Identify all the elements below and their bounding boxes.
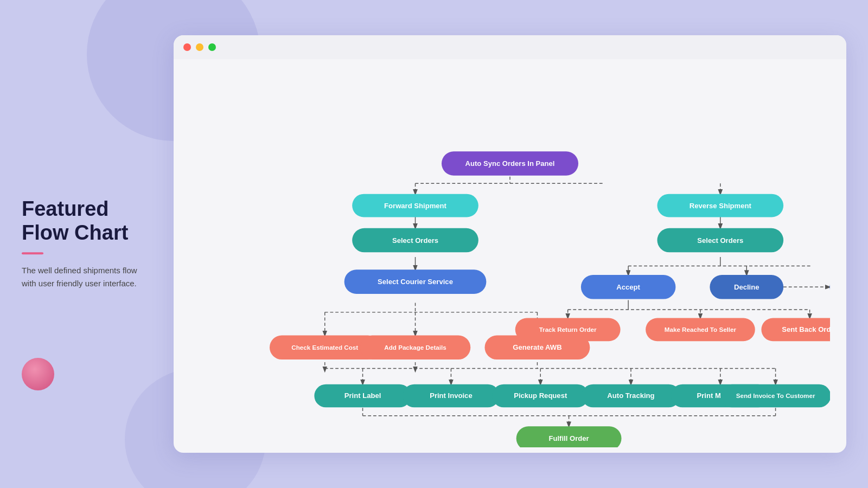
label-auto-sync: Auto Sync Orders In Panel [465, 159, 555, 168]
label-send-invoice: Send Invoice To Customer [736, 392, 815, 399]
flowchart-svg: Auto Sync Orders In Panel Forward Shipme… [190, 69, 830, 447]
label-select-courier: Select Courier Service [378, 278, 453, 286]
label-forward-shipment: Forward Shipment [384, 202, 446, 210]
sidebar-description: The well defined shipments flow with use… [22, 265, 141, 291]
sidebar-divider [22, 253, 43, 255]
label-generate-awb: Generate AWB [513, 343, 561, 351]
window-close-dot[interactable] [183, 43, 191, 51]
sidebar: FeaturedFlow Chart The well defined ship… [22, 197, 141, 290]
label-check-estimated: Check Estimated Cost [291, 344, 358, 351]
label-fulfill-order: Fulfill Order [549, 434, 589, 442]
label-pickup-request: Pickup Request [514, 391, 567, 400]
label-reverse-shipment: Reverse Shipment [690, 202, 752, 210]
label-make-reached: Make Reached To Seller [665, 326, 737, 333]
label-print-label: Print Label [344, 391, 381, 400]
label-add-package: Add Package Details [384, 344, 446, 351]
label-select-orders-fwd: Select Orders [392, 236, 438, 245]
pink-ball-decoration [22, 358, 54, 390]
window-minimize-dot[interactable] [196, 43, 203, 51]
label-track-return: Track Return Order [539, 326, 597, 333]
label-print-invoice: Print Invoice [430, 391, 473, 400]
label-select-orders-rev: Select Orders [697, 236, 743, 245]
node-with-reason [829, 275, 830, 299]
label-sent-back: Sent Back Order [782, 325, 830, 333]
label-auto-tracking: Auto Tracking [607, 391, 654, 400]
browser-window: Auto Sync Orders In Panel Forward Shipme… [174, 35, 846, 453]
label-accept: Accept [616, 283, 640, 291]
sidebar-title: FeaturedFlow Chart [22, 197, 141, 245]
window-maximize-dot[interactable] [208, 43, 216, 51]
label-decline: Decline [734, 283, 760, 291]
browser-titlebar [174, 35, 846, 59]
browser-content: Auto Sync Orders In Panel Forward Shipme… [174, 59, 846, 453]
